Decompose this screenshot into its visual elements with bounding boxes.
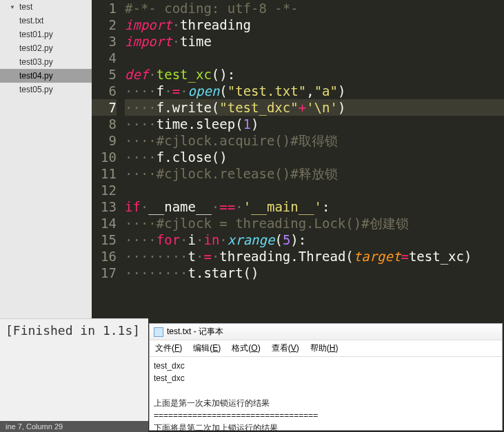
build-output-panel: [Finished in 1.1s] xyxy=(0,318,148,422)
notepad-menu-bar: 文件(F)编辑(E)格式(O)查看(V)帮助(H) xyxy=(150,340,502,357)
code-content[interactable]: #-*- coding: utf-8 -*- import·threading … xyxy=(125,0,504,318)
menu-item[interactable]: 查看(V) xyxy=(272,342,299,354)
code-editor[interactable]: 1234567891011121314151617 #-*- coding: u… xyxy=(92,0,504,318)
text-line xyxy=(154,384,498,397)
menu-item[interactable]: 帮助(H) xyxy=(310,342,339,354)
file-item[interactable]: test05.py xyxy=(0,83,92,96)
file-item[interactable]: test01.py xyxy=(0,28,92,41)
folder-item[interactable]: test xyxy=(0,0,92,14)
notepad-text-area[interactable]: test_dxctest_dxc 上面是第一次未加锁运行的结果=========… xyxy=(150,357,502,432)
menu-item[interactable]: 格式(O) xyxy=(232,342,260,354)
file-item[interactable]: test02.py xyxy=(0,41,92,55)
menu-item[interactable]: 文件(F) xyxy=(155,342,182,354)
file-item[interactable]: test04.py xyxy=(0,69,92,83)
line-gutter: 1234567891011121314151617 xyxy=(92,0,125,318)
notepad-title-bar[interactable]: test.txt - 记事本 xyxy=(150,324,502,340)
text-line: 下面将是第二次加上锁运行的结果 xyxy=(154,422,498,432)
text-line: test_dxc xyxy=(154,372,498,384)
file-tree-sidebar: test test.txttest01.pytest02.pytest03.py… xyxy=(0,0,92,318)
text-line: 上面是第一次未加锁运行的结果 xyxy=(154,397,498,409)
menu-item[interactable]: 编辑(E) xyxy=(193,342,221,354)
cursor-position: ine 7, Column 29 xyxy=(6,422,63,431)
file-item[interactable]: test.txt xyxy=(0,14,92,28)
notepad-title: test.txt - 记事本 xyxy=(167,326,223,338)
status-bar: ine 7, Column 29 xyxy=(0,421,148,432)
text-line: test_dxc xyxy=(154,360,498,372)
console-text: [Finished in 1.1s] xyxy=(6,323,140,338)
notepad-icon xyxy=(154,327,163,337)
file-item[interactable]: test03.py xyxy=(0,55,92,69)
notepad-window[interactable]: test.txt - 记事本 文件(F)编辑(E)格式(O)查看(V)帮助(H)… xyxy=(149,323,503,431)
code-line: #-*- coding: utf-8 -*- xyxy=(125,1,299,16)
text-line: ================================== xyxy=(154,409,498,422)
folder-label: test xyxy=(19,2,32,12)
